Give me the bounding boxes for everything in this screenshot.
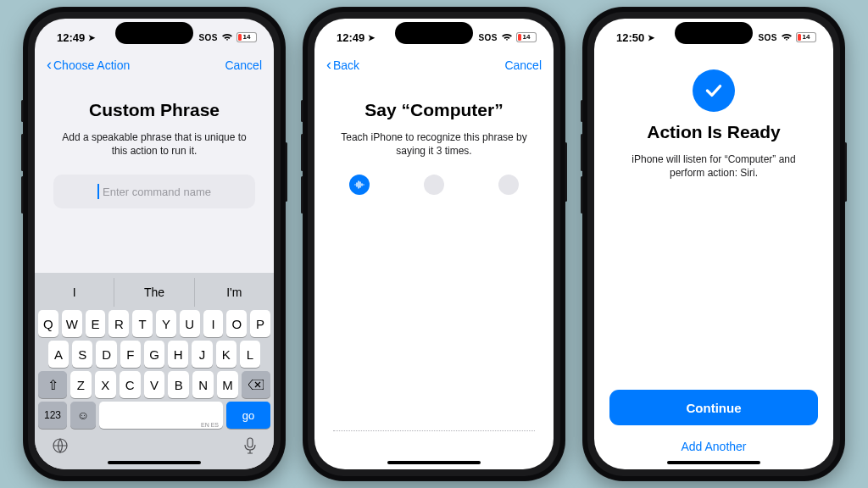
- chevron-left-icon: ‹: [326, 57, 331, 72]
- key-row-1: Q W E R T Y U I O P: [35, 307, 274, 337]
- page-title: Action Is Ready: [613, 122, 815, 142]
- battery-indicator: 14: [236, 32, 257, 42]
- page-subtitle: Teach iPhone to recognize this phrase by…: [333, 130, 535, 158]
- text-caret: [97, 184, 99, 199]
- key-h[interactable]: H: [168, 341, 188, 368]
- key-j[interactable]: J: [192, 341, 212, 368]
- home-indicator[interactable]: [387, 461, 481, 464]
- home-indicator[interactable]: [108, 461, 201, 464]
- checkmark-icon: [693, 69, 735, 112]
- add-another-button[interactable]: Add Another: [594, 434, 833, 459]
- prediction-1[interactable]: I: [35, 278, 114, 307]
- keyboard-footer: [35, 432, 274, 459]
- content-area: Action Is Ready iPhone will listen for “…: [594, 56, 833, 227]
- key-m[interactable]: M: [217, 371, 238, 398]
- battery-percent: 14: [803, 33, 810, 41]
- key-s[interactable]: S: [72, 341, 92, 368]
- keyboard-lang-label: EN ES: [201, 422, 219, 428]
- recording-steps: [349, 175, 519, 195]
- key-q[interactable]: Q: [38, 310, 58, 337]
- key-shift[interactable]: ⇧: [38, 371, 67, 398]
- battery-fill: [518, 34, 521, 41]
- wifi-icon: [221, 33, 233, 42]
- key-v[interactable]: V: [144, 371, 165, 398]
- key-i[interactable]: I: [203, 310, 224, 337]
- key-g[interactable]: G: [144, 341, 164, 368]
- location-icon: ➤: [368, 33, 375, 42]
- key-x[interactable]: X: [95, 371, 116, 398]
- wifi-icon: [501, 33, 513, 42]
- phone-mockup-2: 12:49 ➤ SOS 14 ‹Back Cancel Say “Compute…: [303, 7, 565, 481]
- battery-indicator: 14: [516, 32, 537, 42]
- status-time: 12:49: [57, 31, 85, 44]
- cancel-button[interactable]: Cancel: [504, 58, 542, 72]
- phone-mockup-3: 12:50 ➤ SOS 14 Action Is Ready iPhon: [582, 7, 845, 481]
- key-c[interactable]: C: [120, 371, 141, 398]
- page-subtitle: iPhone will listen for “Computer” and pe…: [613, 152, 815, 180]
- key-d[interactable]: D: [96, 341, 116, 368]
- svg-rect-1: [248, 438, 253, 447]
- content-area: Custom Phrase Add a speakable phrase tha…: [35, 78, 274, 273]
- key-z[interactable]: Z: [70, 371, 92, 398]
- home-indicator[interactable]: [667, 461, 760, 464]
- key-go[interactable]: go: [226, 402, 270, 429]
- battery-fill: [798, 34, 801, 41]
- key-row-3: ⇧ Z X C V B N M: [35, 368, 274, 398]
- key-row-2: A S D F G H J K L: [35, 337, 274, 368]
- key-f[interactable]: F: [120, 341, 141, 368]
- dynamic-island: [675, 22, 753, 44]
- key-k[interactable]: K: [216, 341, 236, 368]
- waveform-track: [333, 430, 535, 447]
- recording-step-2: [424, 175, 444, 195]
- key-emoji[interactable]: ☺: [70, 402, 96, 429]
- key-l[interactable]: L: [240, 341, 260, 368]
- key-a[interactable]: A: [48, 341, 69, 368]
- keyboard: I The I'm Q W E R T Y U I O P A: [35, 273, 274, 469]
- globe-icon[interactable]: [52, 437, 69, 454]
- key-w[interactable]: W: [62, 310, 82, 337]
- key-numbers[interactable]: 123: [38, 402, 67, 429]
- content-area: Say “Computer” Teach iPhone to recognize…: [314, 78, 554, 430]
- prediction-3[interactable]: I'm: [195, 278, 274, 307]
- key-o[interactable]: O: [226, 310, 247, 337]
- phone-mockup-1: 12:49 ➤ SOS 14 ‹Choose Action Cancel Cus…: [23, 7, 286, 481]
- dynamic-island: [115, 22, 193, 44]
- key-p[interactable]: P: [250, 310, 270, 337]
- sos-indicator: SOS: [198, 33, 218, 42]
- sos-indicator: SOS: [478, 33, 498, 42]
- key-n[interactable]: N: [192, 371, 214, 398]
- key-u[interactable]: U: [180, 310, 200, 337]
- continue-button[interactable]: Continue: [609, 390, 818, 425]
- cancel-button[interactable]: Cancel: [225, 58, 262, 72]
- location-icon: ➤: [88, 33, 95, 42]
- wifi-icon: [781, 33, 793, 42]
- key-t[interactable]: T: [132, 310, 153, 337]
- key-row-4: 123 ☺ EN ES go: [35, 398, 274, 432]
- dynamic-island: [395, 22, 473, 44]
- back-button[interactable]: ‹Choose Action: [47, 58, 130, 73]
- key-e[interactable]: E: [86, 310, 106, 337]
- status-time: 12:49: [337, 31, 364, 44]
- nav-bar: ‹Back Cancel: [314, 56, 554, 78]
- dictate-icon[interactable]: [243, 437, 257, 454]
- page-title: Say “Computer”: [333, 100, 535, 120]
- battery-percent: 14: [523, 33, 531, 41]
- battery-indicator: 14: [796, 32, 816, 42]
- input-placeholder: Enter command name: [103, 186, 211, 198]
- page-title: Custom Phrase: [53, 100, 255, 120]
- location-icon: ➤: [648, 33, 654, 42]
- back-label: Choose Action: [53, 58, 130, 72]
- key-b[interactable]: B: [168, 371, 189, 398]
- prediction-bar: I The I'm: [35, 278, 274, 307]
- key-space[interactable]: EN ES: [99, 402, 223, 429]
- back-label: Back: [333, 58, 359, 72]
- prediction-2[interactable]: The: [114, 278, 194, 307]
- command-name-input[interactable]: Enter command name: [53, 175, 255, 208]
- sos-indicator: SOS: [758, 33, 777, 42]
- key-y[interactable]: Y: [156, 310, 176, 337]
- recording-step-3: [498, 175, 519, 195]
- key-r[interactable]: R: [108, 310, 129, 337]
- battery-fill: [238, 34, 242, 41]
- key-delete[interactable]: [242, 371, 270, 398]
- back-button[interactable]: ‹Back: [326, 58, 359, 73]
